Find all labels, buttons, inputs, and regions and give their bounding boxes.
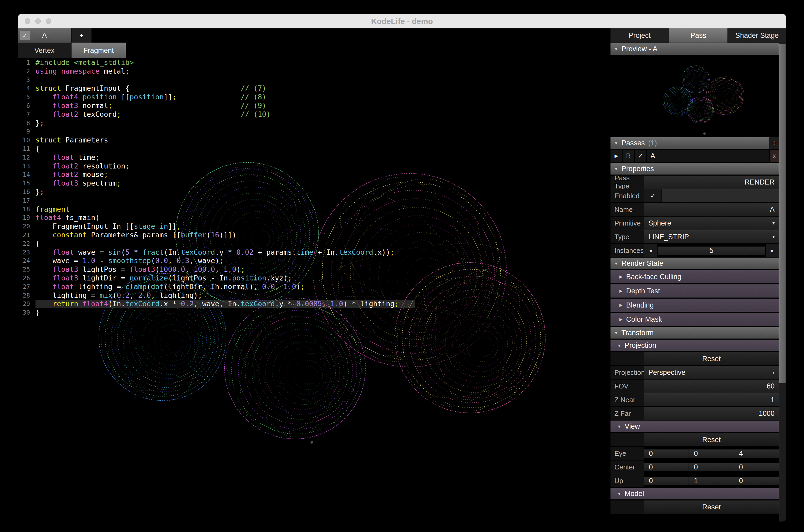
preview-resize-dot[interactable] [703, 132, 706, 135]
section-header-render-state[interactable]: ▼Render State [611, 258, 779, 269]
view-eye-component-2[interactable]: 4 [734, 450, 779, 458]
code-line[interactable]: 28 lighting = mix(0.2, 2.0, lighting); [18, 291, 611, 300]
stepper-decrement-icon[interactable]: ◀ [644, 244, 657, 257]
render-state-item-blending[interactable]: ▶Blending [611, 299, 779, 312]
projection-projection-dropdown[interactable]: Perspective▼ [644, 366, 779, 379]
projection-fov-value[interactable]: 60 [644, 380, 779, 393]
code-line[interactable]: 13 float2 resolution; [18, 162, 611, 171]
pass-enabled-checkbox[interactable]: ✓ [20, 31, 30, 40]
code-line[interactable]: 8}; [18, 119, 611, 128]
view-center-component-0[interactable]: 0 [644, 463, 689, 471]
code-token: 0.2 [181, 300, 194, 308]
section-header-transform[interactable]: ▼Transform [611, 327, 779, 339]
prop-pass-type-value[interactable]: RENDER [644, 176, 779, 189]
section-header-model[interactable]: ▼Model [611, 488, 779, 499]
tab-vertex[interactable]: Vertex [18, 43, 71, 58]
code-line[interactable]: 20 FragmentInput In [[stage_in]], [18, 222, 611, 231]
editor-resize-dot[interactable] [311, 441, 313, 444]
code-line[interactable]: 3 [18, 76, 611, 84]
projection-z-far-label: Z Far [611, 407, 643, 420]
code-editor[interactable]: 1#include <metal_stdlib>2using namespace… [18, 58, 611, 317]
code-line[interactable]: 21 constant Parameters& params [[buffer(… [18, 231, 611, 240]
code-line[interactable]: 25 float3 lightPos = float3(1000.0, 100.… [18, 265, 611, 274]
code-line[interactable]: 6 float3 normal; // (9) [18, 101, 611, 110]
zoom-window-icon[interactable] [46, 18, 51, 24]
code-line[interactable]: 26 float3 lightDir = normalize(lightPos … [18, 274, 611, 283]
collapsed-triangle-icon: ▶ [619, 317, 622, 322]
code-line[interactable]: 22{ [18, 240, 611, 248]
pass-row[interactable]: ▶R✓Ax [611, 150, 779, 162]
reset-button[interactable]: Reset [644, 433, 779, 446]
code-token: ; [108, 101, 112, 110]
code-line[interactable]: 14 float2 mouse; [18, 170, 611, 179]
code-line[interactable]: 16}; [18, 188, 611, 196]
add-pass-button[interactable]: + [769, 137, 779, 149]
pass-tab-a[interactable]: ✓ A [18, 28, 71, 43]
prop-name-value[interactable]: A [644, 203, 779, 216]
pass-name[interactable]: A [647, 150, 769, 162]
view-center-component-2[interactable]: 0 [734, 463, 779, 471]
pass-check-icon[interactable]: ✓ [635, 150, 646, 162]
pass-render-toggle[interactable]: R [622, 150, 634, 162]
view-up-component-1[interactable]: 1 [689, 477, 733, 485]
render-state-item-color-mask[interactable]: ▶Color Mask [611, 313, 779, 326]
prop-enabled-checkbox[interactable]: ✓ [644, 189, 661, 203]
code-line[interactable]: 2using namespace metal; [18, 67, 611, 76]
tab-pass[interactable]: Pass [669, 28, 727, 43]
projection-z-near-value[interactable]: 1 [644, 393, 779, 406]
prop-primitive-dropdown[interactable]: Sphere▼ [644, 216, 779, 230]
view-eye-component-1[interactable]: 0 [689, 450, 733, 458]
title-bar[interactable]: KodeLife - demo [18, 14, 786, 28]
reset-button[interactable]: Reset [644, 352, 779, 365]
code-line[interactable]: 18fragment [18, 205, 611, 214]
section-header-preview[interactable]: ▼Preview - A [611, 43, 779, 55]
projection-fov: FOV60 [611, 380, 779, 393]
section-header-projection[interactable]: ▼Projection [611, 340, 779, 351]
code-line[interactable]: 27 float lighting = clamp(dot(lightDir, … [18, 283, 611, 291]
section-header-properties[interactable]: ▼Properties [611, 163, 779, 174]
prop-type-dropdown[interactable]: LINE_STRIP▼ [644, 230, 779, 243]
section-header-view[interactable]: ▼View [611, 421, 779, 432]
code-token: 5 [125, 248, 129, 256]
minimize-window-icon[interactable] [35, 18, 41, 24]
code-line[interactable]: 7 float2 texCoord; // (10) [18, 110, 611, 119]
view-eye-component-0[interactable]: 0 [644, 450, 689, 458]
code-line[interactable]: 23 float wave = sin(5 * fract(In.texCoor… [18, 248, 611, 257]
code-line[interactable]: 4struct FragmentInput { // (7) [18, 84, 611, 93]
view-eye: Eye004 [611, 447, 779, 460]
view-up-component-2[interactable]: 0 [734, 477, 779, 485]
view-up-component-0[interactable]: 0 [644, 477, 689, 485]
code-line[interactable]: 1#include <metal_stdlib> [18, 58, 611, 67]
tab-project[interactable]: Project [611, 28, 669, 43]
close-window-icon[interactable] [25, 18, 30, 24]
code-line[interactable]: 9 [18, 127, 611, 136]
tab-shader-stage[interactable]: Shader Stage [728, 28, 786, 43]
code-text: wave = 1.0 - smoothstep(0.0, 0.3, wave); [36, 256, 223, 265]
view-center-component-1[interactable]: 0 [689, 463, 733, 471]
code-token [36, 101, 53, 110]
section-header-passes[interactable]: ▼Passes(1)+ [611, 137, 779, 149]
code-token: normal [78, 101, 108, 110]
code-line[interactable]: 17 [18, 196, 611, 205]
code-line[interactable]: 19float4 fs_main( [18, 213, 611, 222]
code-line[interactable]: 15 float3 spectrum; [18, 179, 611, 188]
panel-scrollbar-thumb[interactable] [779, 44, 786, 383]
code-line[interactable]: 24 wave = 1.0 - smoothstep(0.0, 0.3, wav… [18, 256, 611, 265]
prop-enabled-label: Enabled [611, 189, 643, 203]
add-pass-tab-button[interactable]: + [72, 28, 92, 43]
pass-close-icon[interactable]: x [770, 150, 779, 162]
reset-button[interactable]: Reset [644, 500, 779, 514]
code-line[interactable]: 10struct Parameters [18, 136, 611, 145]
code-line[interactable]: 12 float time; [18, 153, 611, 162]
prop-instances-value[interactable]: 5 [657, 247, 765, 255]
stepper-increment-icon[interactable]: ▶ [766, 244, 779, 257]
code-line[interactable]: 30} [18, 308, 611, 317]
code-line[interactable]: 5 float4 position [[position]]; // (8) [18, 93, 611, 101]
code-line[interactable]: 29 return float4(In.texCoord.x * 0.2, wa… [18, 300, 611, 308]
projection-z-far-value[interactable]: 1000 [644, 407, 779, 420]
code-line[interactable]: 11{ [18, 145, 611, 153]
tab-fragment[interactable]: Fragment [72, 43, 126, 58]
render-state-item-depth-test[interactable]: ▶Depth Test [611, 284, 779, 298]
pass-play-icon[interactable]: ▶ [611, 150, 622, 162]
render-state-item-back-face-culling[interactable]: ▶Back-face Culling [611, 270, 779, 283]
